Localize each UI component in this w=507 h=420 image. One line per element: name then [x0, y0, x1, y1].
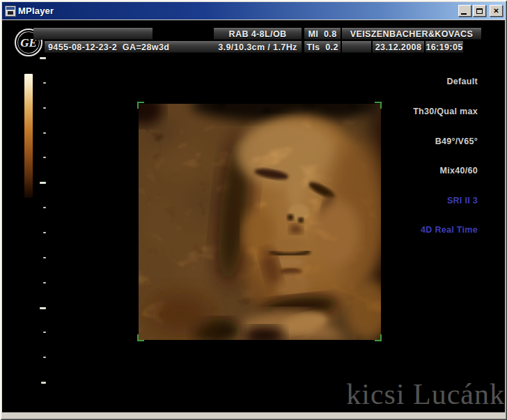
setting-mode: 4D Real Time	[413, 225, 478, 235]
ruler-tick	[43, 332, 46, 333]
minimize-icon	[461, 13, 467, 15]
mplayer-window: MPlayer ✕ GE RAB 4-8L/OB MI 0.8 VEISZENB…	[0, 0, 507, 420]
setting-preset: Default	[413, 77, 478, 86]
ruler-tick	[43, 82, 46, 84]
ruler-tick	[43, 257, 46, 258]
mplayer-icon[interactable]	[5, 6, 16, 17]
header-cell-blank2	[342, 41, 371, 53]
header-probe: RAB 4-8L/OB	[214, 28, 302, 40]
ruler-tick	[40, 182, 46, 184]
close-icon: ✕	[493, 7, 499, 15]
ruler-tick	[43, 207, 46, 208]
setting-angles: B49°/V65°	[413, 137, 478, 146]
header-exam-id: 9455-08-12-23-2 GA=28w3d	[45, 41, 214, 53]
header-physician: VEISZENBACHER&KOVACS	[342, 28, 481, 40]
setting-threshold: Th30/Qual max	[413, 107, 478, 116]
ruler-tick	[43, 357, 46, 358]
watermark-text: kicsi Lucánk	[346, 378, 505, 411]
setting-sri: SRI II 3	[413, 196, 478, 205]
color-scale-bar	[24, 74, 33, 198]
setting-mix: Mix40/60	[413, 166, 478, 176]
header-cell-blank	[33, 28, 153, 40]
settings-readout: Default Th30/Qual max B49°/V65° Mix40/60…	[413, 57, 478, 255]
roi-corner-bottom-left	[137, 334, 144, 341]
header-date: 23.12.2008	[373, 41, 424, 53]
ultrasound-render	[139, 104, 381, 340]
roi-corner-top-right	[375, 102, 382, 109]
ruler-tick	[43, 107, 46, 109]
title-bar[interactable]: MPlayer ✕	[2, 2, 505, 20]
maximize-button[interactable]	[473, 5, 486, 17]
header-time: 16:19:05	[426, 41, 463, 53]
window-controls: ✕	[457, 5, 503, 17]
header-tis: TIs 0.2	[304, 41, 341, 53]
ultrasound-render-box	[139, 104, 381, 340]
ruler-tick	[43, 282, 46, 283]
depth-ruler	[40, 57, 47, 388]
maximize-icon	[476, 8, 483, 14]
ruler-tick	[40, 57, 46, 59]
window-title: MPlayer	[18, 6, 54, 16]
ruler-tick	[43, 132, 46, 134]
ruler-tick	[41, 382, 46, 384]
header-scan-params: 3.9/10.3cm / 1.7Hz	[214, 41, 302, 53]
roi-corner-top-left	[137, 102, 144, 109]
ruler-tick	[43, 232, 46, 233]
header-mi: MI 0.8	[304, 28, 341, 40]
roi-corner-bottom-right	[375, 334, 382, 341]
minimize-button[interactable]	[458, 5, 471, 17]
close-button[interactable]: ✕	[490, 5, 503, 17]
ruler-tick	[40, 307, 46, 309]
video-area: GE RAB 4-8L/OB MI 0.8 VEISZENBACHER&KOVA…	[2, 20, 505, 412]
ruler-tick	[43, 157, 46, 158]
